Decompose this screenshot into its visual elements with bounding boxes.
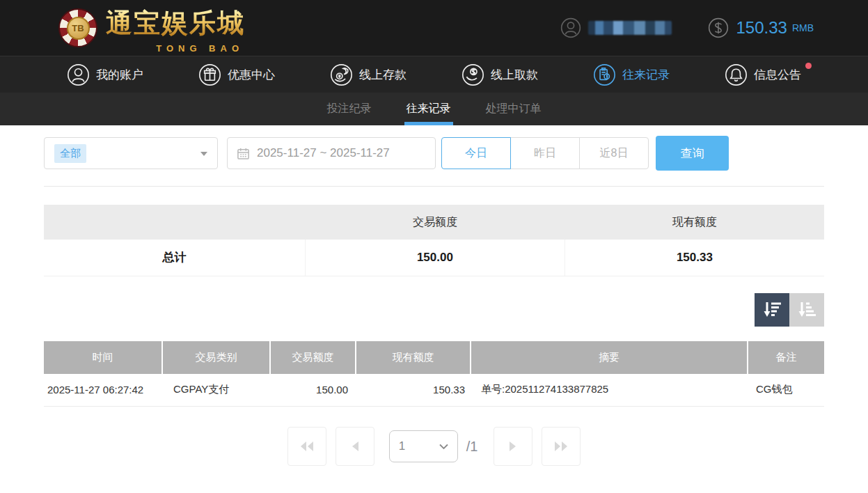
brand-logo[interactable]: TB 通宝娱乐城 TONG BAO — [58, 6, 245, 51]
selected-type-tag: 全部 — [54, 144, 86, 163]
next-page-icon — [509, 441, 517, 452]
date-range-value: 2025-11-27 ~ 2025-11-27 — [257, 146, 390, 160]
nav-item-my-account[interactable]: 我的账户 — [67, 63, 143, 86]
top-header: TB 通宝娱乐城 TONG BAO 150.33 RMB — [0, 0, 868, 56]
summary-total-label: 总计 — [44, 240, 306, 276]
summary-header-row: 交易额度 现有额度 — [44, 205, 824, 240]
tab-transaction-records[interactable]: 往来记录 — [404, 93, 453, 125]
balance-coin-icon — [708, 17, 729, 38]
record-trade-amount: 150.00 — [270, 374, 356, 407]
filter-row: 全部 2025-11-27 ~ 2025-11-27 今日 昨日 近8日 查询 — [44, 136, 824, 171]
records-header-time: 时间 — [44, 341, 162, 374]
summary-header-current-amount: 现有额度 — [565, 205, 824, 240]
record-current-amount: 150.33 — [356, 374, 471, 407]
pagination: 1 /1 — [44, 427, 824, 466]
summary-current-amount: 150.33 — [565, 240, 824, 276]
content-area: 全部 2025-11-27 ~ 2025-11-27 今日 昨日 近8日 查询 — [44, 136, 824, 466]
chevron-down-icon — [200, 152, 207, 156]
user-avatar-icon — [560, 17, 581, 38]
sort-ascending-button[interactable] — [789, 293, 824, 327]
last-page-button[interactable] — [542, 427, 581, 466]
summary-header-empty — [44, 205, 306, 240]
sort-controls — [44, 293, 824, 327]
last-page-icon — [553, 441, 569, 452]
nav-item-withdraw[interactable]: 线上取款 — [461, 63, 538, 86]
records-clipboard-icon — [593, 63, 616, 86]
user-circle-icon — [67, 63, 90, 86]
chip-monogram: TB — [67, 17, 90, 40]
nav-item-transaction-records[interactable]: 往来记录 — [593, 63, 670, 86]
summary-total-row: 总计 150.00 150.33 — [44, 240, 824, 276]
notification-dot-badge — [805, 63, 812, 69]
balance-currency: RMB — [792, 22, 814, 33]
brand-name-en: TONG BAO — [156, 43, 244, 54]
poker-chip-logo-icon: TB — [58, 8, 97, 47]
sub-tab-bar: 投注纪录 往来记录 处理中订单 — [0, 93, 868, 125]
quick-range-yesterday-button[interactable]: 昨日 — [510, 137, 580, 169]
transaction-type-select[interactable]: 全部 — [44, 137, 218, 169]
record-summary: 单号:202511274133877825 — [471, 374, 748, 407]
balance-amount: 150.33 — [736, 18, 787, 38]
sort-desc-icon — [763, 300, 782, 319]
chevron-down-icon — [439, 444, 448, 450]
records-header-row: 时间 交易类别 交易额度 现有额度 摘要 备注 — [44, 341, 824, 374]
calendar-icon — [237, 147, 250, 160]
account-area: 150.33 RMB — [560, 17, 814, 38]
gift-circle-icon — [198, 63, 221, 86]
date-range-picker[interactable]: 2025-11-27 ~ 2025-11-27 — [227, 137, 436, 169]
record-time: 2025-11-27 06:27:42 — [44, 374, 162, 407]
sort-descending-button[interactable] — [755, 293, 789, 327]
tab-pending-orders[interactable]: 处理中订单 — [484, 93, 544, 125]
sort-asc-icon — [798, 300, 816, 319]
username-redacted[interactable] — [588, 21, 672, 35]
first-page-button[interactable] — [287, 427, 326, 466]
first-page-icon — [299, 441, 315, 452]
brand-text: 通宝娱乐城 TONG BAO — [106, 6, 245, 51]
nav-item-deposit[interactable]: 线上存款 — [330, 63, 407, 86]
nav-item-announcements[interactable]: 信息公告 — [725, 63, 801, 86]
withdraw-hand-coin-icon — [461, 63, 484, 86]
summary-table: 交易额度 现有额度 总计 150.00 150.33 — [44, 205, 824, 276]
record-type: CGPAY支付 — [162, 374, 270, 407]
record-remark: CG钱包 — [748, 374, 824, 407]
tab-betting-records[interactable]: 投注纪录 — [325, 93, 374, 125]
summary-header-trade-amount: 交易额度 — [306, 205, 565, 240]
main-nav: 我的账户 优惠中心 线上存款 线上取款 — [0, 56, 868, 93]
quick-range-today-button[interactable]: 今日 — [441, 137, 511, 169]
quick-range-last8days-button[interactable]: 近8日 — [579, 137, 649, 169]
page-total-label: /1 — [466, 439, 478, 455]
summary-trade-amount: 150.00 — [306, 240, 565, 276]
bell-icon — [725, 63, 748, 86]
deposit-hand-coin-icon — [330, 63, 353, 86]
table-row: 2025-11-27 06:27:42 CGPAY支付 150.00 150.3… — [44, 374, 824, 407]
records-header-type: 交易类别 — [162, 341, 270, 374]
nav-item-promotions[interactable]: 优惠中心 — [198, 63, 275, 86]
records-header-remark: 备注 — [748, 341, 824, 374]
records-header-current-amount: 现有额度 — [356, 341, 471, 374]
prev-page-button[interactable] — [336, 427, 374, 466]
records-header-summary: 摘要 — [471, 341, 748, 374]
prev-page-icon — [351, 441, 359, 452]
section-divider — [44, 186, 824, 187]
next-page-button[interactable] — [494, 427, 532, 466]
brand-name-cn: 通宝娱乐城 — [106, 8, 245, 38]
records-header-trade-amount: 交易额度 — [270, 341, 356, 374]
records-table: 时间 交易类别 交易额度 现有额度 摘要 备注 2025-11-27 06:27… — [44, 341, 824, 407]
search-button[interactable]: 查询 — [656, 136, 729, 171]
page-select[interactable]: 1 — [389, 430, 458, 462]
quick-range-group: 今日 昨日 近8日 — [441, 137, 649, 169]
page-select-value: 1 — [399, 439, 405, 453]
